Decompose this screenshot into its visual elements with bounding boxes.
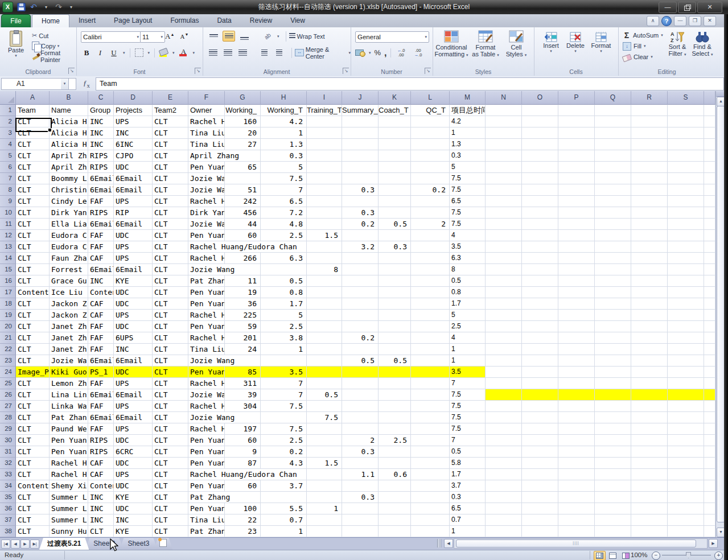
cell-P4[interactable]	[558, 139, 595, 150]
cell-P14[interactable]	[558, 253, 595, 264]
cell-M4[interactable]: 1.3	[450, 139, 486, 150]
cell-I20[interactable]	[307, 321, 342, 332]
cell-X35[interactable]	[704, 492, 715, 503]
cell-X1[interactable]	[704, 105, 715, 116]
cell-F17[interactable]: Pen Yuan	[188, 287, 225, 298]
cell-D31[interactable]: 6CRC	[114, 446, 153, 458]
cell-K3[interactable]	[379, 127, 411, 139]
cell-P27[interactable]	[558, 401, 595, 412]
cell-M22[interactable]: 1	[450, 344, 486, 355]
cell-S25[interactable]	[668, 378, 704, 389]
cell-R15[interactable]	[631, 264, 668, 275]
cell-O1[interactable]	[522, 105, 558, 116]
cell-R7[interactable]	[631, 173, 668, 184]
cell-D24[interactable]: UDC	[114, 367, 153, 378]
cell-E9[interactable]: CLT	[153, 196, 188, 207]
cell-M11[interactable]: 7.5	[450, 219, 486, 230]
cell-J6[interactable]	[342, 162, 379, 173]
underline-dropdown-icon[interactable]: ▾	[123, 51, 125, 55]
cell-B30[interactable]: Pen Yuan	[50, 435, 88, 446]
cell-M13[interactable]: 3.5	[450, 241, 486, 253]
cell-G19[interactable]: 225	[225, 310, 261, 321]
cell-L36[interactable]	[411, 503, 450, 514]
cut-button[interactable]: ✂ Cut	[32, 31, 48, 40]
cell-C11[interactable]: 6Email	[88, 219, 114, 230]
cell-N31[interactable]	[486, 446, 522, 458]
cell-R19[interactable]	[631, 310, 668, 321]
cell-C26[interactable]: 6Email	[88, 389, 114, 401]
cell-X18[interactable]	[704, 298, 715, 310]
cell-S18[interactable]	[668, 298, 704, 310]
cell-A10[interactable]: CLT	[16, 207, 50, 219]
cell-Q18[interactable]	[595, 298, 631, 310]
cell-F34[interactable]: Pen Yuan	[188, 480, 225, 492]
cell-K11[interactable]: 0.5	[379, 219, 411, 230]
column-header-O[interactable]: O	[522, 91, 558, 105]
insert-worksheet-tab[interactable]	[154, 538, 172, 550]
cell-H25[interactable]: 7	[261, 378, 307, 389]
cell-A34[interactable]: Content	[16, 480, 50, 492]
cell-Q10[interactable]	[595, 207, 631, 219]
cell-N23[interactable]	[486, 355, 522, 367]
cell-K34[interactable]	[379, 480, 411, 492]
cell-K13[interactable]: 0.3	[379, 241, 411, 253]
find-select-button[interactable]: Find & Select ▾	[690, 31, 715, 57]
cell-E32[interactable]: CLT	[153, 458, 188, 469]
cell-E15[interactable]: CLT	[153, 264, 188, 275]
cell-L20[interactable]	[411, 321, 450, 332]
cell-O5[interactable]	[522, 150, 558, 162]
cell-B10[interactable]: Dirk Yan	[50, 207, 88, 219]
format-painter-button[interactable]: Format Painter	[32, 51, 76, 61]
cell-N27[interactable]	[486, 401, 522, 412]
cell-R9[interactable]	[631, 196, 668, 207]
cell-M3[interactable]: 1	[450, 127, 486, 139]
cell-P38[interactable]	[558, 526, 595, 537]
cell-I16[interactable]	[307, 275, 342, 287]
cell-R25[interactable]	[631, 378, 668, 389]
cell-I10[interactable]	[307, 207, 342, 219]
cell-I22[interactable]	[307, 344, 342, 355]
cell-O24[interactable]	[522, 367, 558, 378]
cell-H27[interactable]: 7.5	[261, 401, 307, 412]
formula-input[interactable]: Team	[96, 77, 724, 90]
cell-D19[interactable]: UPS	[114, 310, 153, 321]
row-header-7[interactable]: 7	[0, 173, 16, 184]
cell-F4[interactable]: Tina Liu	[188, 139, 225, 150]
cell-X3[interactable]	[704, 127, 715, 139]
cell-P35[interactable]	[558, 492, 595, 503]
cell-L2[interactable]	[411, 116, 450, 127]
orientation-dropdown-icon[interactable]: ▾	[277, 34, 279, 39]
cell-G22[interactable]: 24	[225, 344, 261, 355]
cell-G31[interactable]: 9	[225, 446, 261, 458]
cell-N36[interactable]	[486, 503, 522, 514]
percent-style-button[interactable]: %	[375, 48, 381, 57]
cell-N29[interactable]	[486, 423, 522, 435]
workbook-minimize-button[interactable]: —	[674, 16, 686, 26]
cell-F8[interactable]: Jozie Wa	[188, 184, 225, 196]
cell-A14[interactable]: CLT	[16, 253, 50, 264]
cell-R28[interactable]	[631, 412, 668, 423]
first-sheet-icon[interactable]: |◀	[1, 540, 10, 549]
cell-P28[interactable]	[558, 412, 595, 423]
cell-Q17[interactable]	[595, 287, 631, 298]
cell-I21[interactable]	[307, 332, 342, 344]
cell-R14[interactable]	[631, 253, 668, 264]
row-header-25[interactable]: 25	[0, 378, 16, 389]
cell-F10[interactable]: Dirk Yan	[188, 207, 225, 219]
zoom-in-icon[interactable]: +	[714, 551, 723, 560]
cell-O20[interactable]	[522, 321, 558, 332]
cell-D2[interactable]: UPS	[114, 116, 153, 127]
cell-Q28[interactable]	[595, 412, 631, 423]
cell-M32[interactable]: 5.8	[450, 458, 486, 469]
cell-M10[interactable]: 7.5	[450, 207, 486, 219]
cell-H9[interactable]: 6.5	[261, 196, 307, 207]
cell-I3[interactable]	[307, 127, 342, 139]
cell-M21[interactable]: 4	[450, 332, 486, 344]
page-layout-view-button[interactable]	[607, 551, 619, 560]
cell-S1[interactable]	[668, 105, 704, 116]
cell-E10[interactable]: CLT	[153, 207, 188, 219]
cell-C5[interactable]: RIPS	[88, 150, 114, 162]
cell-E12[interactable]: CLT	[153, 230, 188, 241]
minimize-ribbon-icon[interactable]: ∧	[647, 16, 659, 26]
cell-F29[interactable]: Rachel H	[188, 423, 225, 435]
